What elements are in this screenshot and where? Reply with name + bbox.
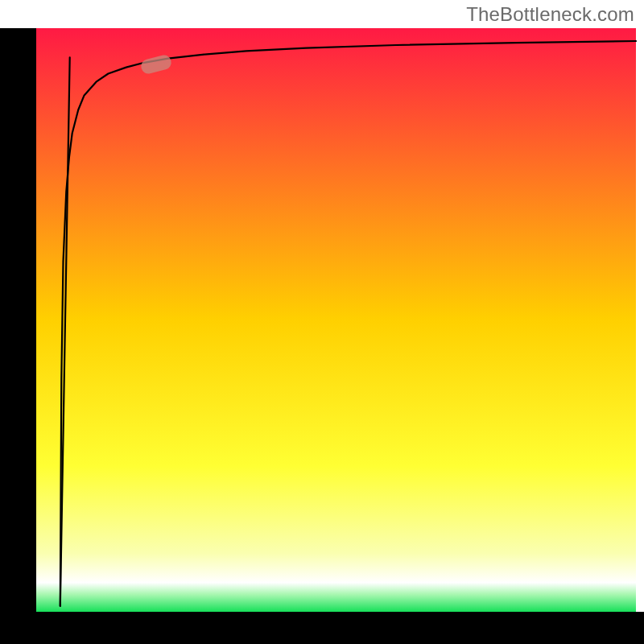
- y-axis-bar: [0, 28, 36, 644]
- watermark-label: TheBottleneck.com: [466, 3, 634, 26]
- chart-svg: [0, 0, 644, 644]
- chart-frame: TheBottleneck.com: [0, 0, 644, 644]
- plot-background: [36, 28, 636, 612]
- plot-area: [0, 0, 644, 644]
- x-axis-bar: [0, 612, 644, 644]
